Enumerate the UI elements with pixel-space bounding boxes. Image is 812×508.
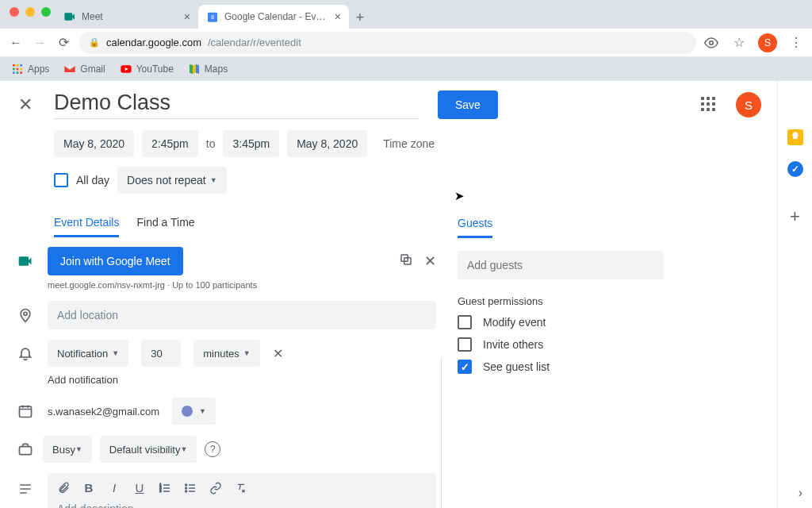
recurrence-dropdown[interactable]: Does not repeat ▼ <box>117 167 227 194</box>
divider <box>441 358 442 508</box>
minimize-window-icon[interactable] <box>25 7 35 17</box>
svg-rect-8 <box>20 67 22 70</box>
tab-meet[interactable]: Meet × <box>56 5 198 29</box>
perm-invite-label: Invite others <box>483 338 543 351</box>
allday-label: All day <box>76 174 109 187</box>
add-guests-input[interactable] <box>458 251 664 279</box>
bookmark-youtube[interactable]: YouTube <box>120 63 174 75</box>
calendar-icon: 8 <box>206 10 219 23</box>
add-notification-link[interactable]: Add notification <box>48 374 436 386</box>
add-addon-icon[interactable]: + <box>787 208 804 225</box>
join-meet-button[interactable]: Join with Google Meet <box>48 247 183 275</box>
tab-event-details[interactable]: Event Details <box>54 216 119 237</box>
perm-invite-checkbox[interactable] <box>458 337 472 352</box>
maps-icon <box>188 63 201 75</box>
svg-rect-11 <box>20 71 22 74</box>
meet-video-icon <box>16 253 35 269</box>
svg-point-2 <box>710 40 714 44</box>
svg-rect-16 <box>20 406 32 417</box>
bookmark-maps[interactable]: Maps <box>188 63 228 75</box>
svg-rect-7 <box>17 67 19 70</box>
notification-unit-dropdown[interactable]: minutes▼ <box>193 340 259 367</box>
back-button[interactable]: ← <box>8 36 24 50</box>
copy-meet-icon[interactable] <box>399 252 413 270</box>
perm-seelist-checkbox[interactable] <box>458 360 472 374</box>
bookmark-gmail[interactable]: Gmail <box>63 63 105 75</box>
meet-capacity: Up to 100 participants <box>172 280 257 290</box>
reload-button[interactable]: ⟳ <box>56 35 71 50</box>
guest-permissions-title: Guest permissions <box>458 295 761 307</box>
svg-rect-9 <box>13 71 15 74</box>
svg-point-21 <box>186 484 187 486</box>
eye-icon[interactable] <box>704 36 720 50</box>
perm-modify-checkbox[interactable] <box>458 315 472 329</box>
description-placeholder: Add description <box>48 502 436 508</box>
notification-value-input[interactable]: 30 <box>141 340 181 367</box>
location-input[interactable] <box>48 301 436 329</box>
browser-toolbar: ← → ⟳ 🔒 calendar.google.com/calendar/r/e… <box>0 29 812 57</box>
chevron-down-icon: ▼ <box>243 349 251 357</box>
clear-format-icon[interactable] <box>235 482 247 495</box>
menu-icon[interactable]: ⋮ <box>788 35 804 50</box>
close-editor-button[interactable]: ✕ <box>16 94 35 115</box>
google-apps-button[interactable] <box>701 97 717 113</box>
svg-rect-10 <box>17 71 19 74</box>
location-icon <box>16 307 35 323</box>
collapse-sidepanel-icon[interactable]: › <box>799 486 802 500</box>
profile-avatar[interactable]: S <box>758 33 777 52</box>
underline-icon[interactable]: U <box>133 481 146 495</box>
description-editor[interactable]: B I U 123 <box>48 473 436 508</box>
end-time[interactable]: 3:45pm <box>223 130 279 157</box>
url-host: calendar.google.com <box>106 37 201 48</box>
svg-point-23 <box>186 491 187 492</box>
to-label: to <box>206 137 216 150</box>
forward-button[interactable]: → <box>32 36 48 50</box>
remove-notification-icon[interactable]: ✕ <box>273 346 283 361</box>
tab-label: Google Calendar - Event detail <box>224 11 329 22</box>
visibility-dropdown[interactable]: Default visibility▼ <box>100 436 197 463</box>
tab-strip: Meet × 8 Google Calendar - Event detail … <box>0 0 812 29</box>
remove-meet-icon[interactable]: ✕ <box>424 252 436 270</box>
visibility-help-icon[interactable]: ? <box>205 441 220 457</box>
link-icon[interactable] <box>209 482 222 495</box>
apps-shortcut[interactable]: Apps <box>11 63 49 75</box>
close-tab-icon[interactable]: × <box>184 10 190 23</box>
bulleted-list-icon[interactable] <box>184 482 197 495</box>
color-swatch-icon <box>182 406 193 417</box>
notification-icon <box>16 345 35 361</box>
chevron-down-icon: ▼ <box>75 445 82 453</box>
start-date[interactable]: May 8, 2020 <box>54 130 134 157</box>
save-button[interactable]: Save <box>438 90 498 119</box>
numbered-list-icon[interactable]: 123 <box>159 482 171 495</box>
close-window-icon[interactable] <box>10 7 19 17</box>
event-title-input[interactable] <box>54 90 419 119</box>
tab-find-time[interactable]: Find a Time <box>136 216 194 237</box>
attach-icon[interactable] <box>57 482 70 495</box>
end-date[interactable]: May 8, 2020 <box>287 130 367 157</box>
close-tab-icon[interactable]: × <box>335 10 341 23</box>
maximize-window-icon[interactable] <box>41 7 51 17</box>
italic-icon[interactable]: I <box>108 481 121 495</box>
chevron-down-icon: ▼ <box>210 176 217 184</box>
notification-type-dropdown[interactable]: Notification▼ <box>48 340 128 367</box>
start-time[interactable]: 2:45pm <box>142 130 198 157</box>
new-tab-button[interactable]: + <box>349 6 371 29</box>
keep-icon[interactable] <box>787 129 804 146</box>
availability-dropdown[interactable]: Busy▼ <box>43 436 92 463</box>
meet-icon <box>63 10 76 23</box>
account-avatar[interactable]: S <box>736 92 761 117</box>
bold-icon[interactable]: B <box>82 481 95 495</box>
allday-checkbox[interactable] <box>54 173 68 187</box>
svg-rect-6 <box>13 67 15 70</box>
tab-guests[interactable]: Guests <box>458 217 492 238</box>
tasks-icon[interactable]: ✓ <box>787 160 804 178</box>
svg-rect-17 <box>20 447 32 455</box>
address-bar[interactable]: 🔒 calendar.google.com/calendar/r/evented… <box>79 32 696 54</box>
window-controls <box>0 0 60 17</box>
star-icon[interactable]: ☆ <box>731 35 747 50</box>
timezone-link[interactable]: Time zone <box>383 137 435 150</box>
tab-calendar[interactable]: 8 Google Calendar - Event detail × <box>198 5 349 29</box>
event-color-dropdown[interactable]: ▼ <box>172 398 216 425</box>
perm-modify-label: Modify event <box>483 316 546 329</box>
svg-point-15 <box>24 312 27 315</box>
